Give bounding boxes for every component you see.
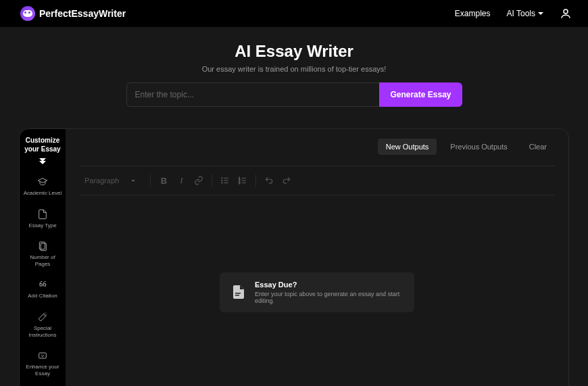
pages-icon [37, 241, 48, 251]
user-icon[interactable] [560, 7, 572, 20]
empty-subtitle: Enter your topic above to generate an es… [255, 291, 403, 304]
editor-toolbar: Paragraph B I 123 [79, 170, 555, 195]
document-icon [230, 284, 247, 300]
undo-icon [264, 176, 274, 185]
nav-ai-tools[interactable]: AI Tools [507, 9, 543, 18]
workspace: Customize your Essay Academic Level Essa… [19, 128, 569, 386]
numbered-list-icon: 123 [238, 176, 247, 185]
top-bar: PerfectEssayWriter Examples AI Tools [0, 0, 588, 27]
editor-panel: New Outputs Previous Outputs Clear Parag… [66, 129, 568, 386]
sidebar-title: Customize your Essay [24, 136, 60, 153]
hero: AI Essay Writer Our essay writer is trai… [0, 27, 588, 119]
clear-button[interactable]: Clear [521, 139, 555, 155]
robot-icon [20, 6, 35, 21]
brand-name: PerfectEssayWriter [39, 8, 126, 19]
sidebar-item-label: Enhance your Essay [22, 364, 63, 377]
paragraph-style-select[interactable]: Paragraph [79, 174, 141, 187]
bullet-list-button[interactable] [218, 173, 232, 188]
editor-body[interactable]: Essay Due? Enter your topic above to gen… [79, 195, 555, 386]
quote-icon [37, 279, 48, 290]
svg-point-7 [222, 178, 222, 178]
generate-essay-button[interactable]: Generate Essay [379, 82, 462, 107]
sidebar-item-label: Academic Level [24, 190, 62, 197]
brand-logo[interactable]: PerfectEssayWriter [20, 6, 126, 21]
italic-button[interactable]: I [174, 173, 189, 188]
redo-icon [282, 176, 291, 185]
bullet-list-icon [220, 176, 230, 185]
chevron-down-icon [131, 180, 135, 182]
chevron-down-icon [538, 12, 543, 15]
divider [79, 166, 555, 166]
page-title: AI Essay Writer [0, 42, 588, 61]
output-tabs: New Outputs Previous Outputs Clear [79, 139, 555, 155]
svg-rect-16 [235, 293, 241, 294]
wand-icon [37, 312, 48, 322]
graduation-cap-icon [37, 176, 48, 187]
sidebar-item-essay-type[interactable]: Essay Type [28, 205, 56, 233]
svg-point-9 [222, 183, 222, 183]
toolbar-separator [212, 174, 212, 187]
toolbar-separator [150, 174, 151, 187]
empty-title: Essay Due? [255, 281, 403, 289]
toolbar-separator [255, 174, 256, 187]
topic-input[interactable] [126, 82, 380, 107]
topic-input-row: Generate Essay [126, 82, 462, 107]
svg-point-8 [222, 180, 222, 180]
nav-examples[interactable]: Examples [455, 9, 491, 18]
link-button[interactable] [191, 173, 206, 188]
paragraph-label: Paragraph [84, 176, 119, 185]
page-subtitle: Our essay writer is trained on millions … [0, 65, 588, 73]
svg-text:3: 3 [239, 182, 241, 185]
chevrons-down-icon [39, 159, 46, 164]
sidebar-item-special-instructions[interactable]: Special Instructions [22, 308, 63, 342]
sidebar-item-add-citation[interactable]: Add Citation [28, 275, 57, 304]
sidebar-item-label: Add Citation [28, 293, 57, 299]
svg-rect-17 [235, 295, 239, 296]
sidebar-item-academic-level[interactable]: Academic Level [24, 172, 62, 201]
tab-new-outputs[interactable]: New Outputs [378, 139, 437, 155]
file-icon [37, 209, 48, 220]
numbered-list-button[interactable]: 123 [235, 173, 250, 188]
link-icon [194, 176, 203, 185]
sidebar-item-number-pages[interactable]: Number of Pages [22, 237, 63, 271]
customize-sidebar: Customize your Essay Academic Level Essa… [20, 129, 66, 386]
sparkle-icon [37, 350, 48, 361]
nav-right: Examples AI Tools [455, 7, 572, 20]
sidebar-item-enhance-essay[interactable]: Enhance your Essay [22, 346, 63, 381]
redo-button[interactable] [279, 173, 294, 188]
bold-button[interactable]: B [156, 173, 171, 188]
undo-button[interactable] [262, 173, 276, 188]
sidebar-item-label: Number of Pages [22, 254, 63, 267]
sidebar-item-label: Essay Type [28, 222, 56, 229]
svg-point-0 [564, 9, 568, 14]
sidebar-item-label: Special Instructions [22, 325, 63, 338]
tab-previous-outputs[interactable]: Previous Outputs [442, 139, 515, 155]
empty-state-card: Essay Due? Enter your topic above to gen… [220, 272, 414, 312]
nav-ai-tools-label: AI Tools [507, 9, 535, 18]
svg-rect-3 [39, 353, 47, 358]
